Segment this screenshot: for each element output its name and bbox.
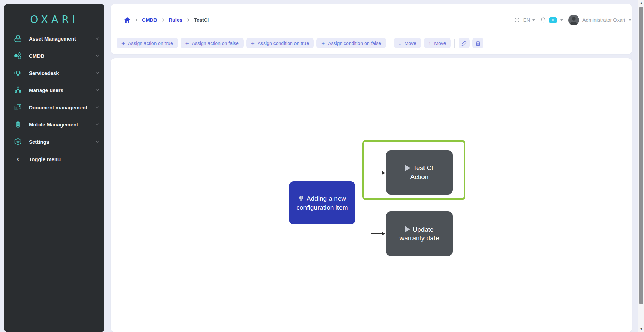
trigger-node-label-line1: Adding a new [307, 194, 346, 203]
action-node-label-line2: warranty date [399, 234, 439, 242]
assign-action-on-false-button[interactable]: + Assign action on false [181, 38, 244, 48]
sidebar-nav: Asset Management CMDB [4, 30, 104, 168]
button-label: Assign action on true [128, 41, 173, 46]
rule-flowchart-canvas[interactable]: Adding a new configuration item Test CI … [111, 58, 632, 332]
button-label: Assign condition on false [328, 41, 381, 46]
move-up-button[interactable]: ↑ Move [424, 38, 451, 48]
assign-condition-on-true-button[interactable]: + Assign condition on true [246, 38, 314, 48]
scroll-up-arrow-icon[interactable]: ▲ [638, 1, 644, 5]
sidebar-item-label: Document management [29, 104, 95, 110]
breadcrumb-current-testci: TestCI [194, 17, 209, 23]
sidebar-item-label: Asset Management [29, 36, 95, 42]
action-node-label-line2: Action [410, 173, 429, 181]
language-selector[interactable]: EN [523, 17, 530, 23]
toolbar-divider [390, 39, 390, 48]
cmdb-icon [14, 52, 22, 60]
action-node-label-line1: Test CI [413, 164, 433, 172]
chevron-down-icon [95, 36, 99, 41]
servicedesk-icon [14, 69, 22, 77]
caret-down-icon[interactable] [532, 18, 535, 22]
chevron-down-icon [95, 105, 99, 109]
chevron-down-icon [95, 54, 99, 58]
sidebar-item-label: Manage users [29, 87, 95, 93]
play-icon [405, 165, 410, 171]
sidebar-item-label: CMDB [29, 53, 95, 59]
toggle-menu-label: Toggle menu [29, 156, 61, 162]
move-down-button[interactable]: ↓ Move [394, 38, 421, 48]
bell-icon[interactable] [540, 17, 546, 23]
action-node-test-ci-action[interactable]: Test CI Action [386, 150, 453, 195]
play-icon [405, 226, 410, 232]
breadcrumb-cmdb[interactable]: CMDB [142, 17, 157, 23]
user-name: Administrator Oxari [582, 17, 625, 23]
avatar[interactable] [568, 15, 579, 25]
toggle-menu-button[interactable]: ‹ Toggle menu [4, 151, 104, 168]
sidebar-item-settings[interactable]: Settings [4, 133, 104, 150]
breadcrumb-rules[interactable]: Rules [169, 17, 183, 23]
sidebar-item-document-management[interactable]: Document management [4, 99, 104, 116]
sidebar-item-cmdb[interactable]: CMDB [4, 47, 104, 64]
chevron-right-icon [187, 18, 190, 22]
sidebar-item-label: Mobile Management [29, 122, 95, 128]
button-label: Move [405, 41, 416, 46]
sidebar-item-asset-management[interactable]: Asset Management [4, 30, 104, 47]
asset-management-icon [14, 34, 22, 43]
arrow-up-icon: ↑ [429, 41, 431, 46]
toolbar-divider [454, 39, 455, 48]
trash-icon [475, 41, 481, 46]
topbar-user-area: EN 0 Administrator Oxari [514, 14, 632, 26]
trigger-node-label-line2: configuration item [297, 203, 348, 212]
header-divider [117, 31, 626, 31]
assign-action-on-true-button[interactable]: + Assign action on true [117, 38, 178, 48]
chevron-down-icon [95, 88, 99, 92]
sidebar-item-mobile-management[interactable]: Mobile Management [4, 116, 104, 133]
bulb-icon [298, 195, 304, 202]
plus-icon: + [251, 40, 255, 46]
document-management-icon [14, 103, 22, 111]
pencil-icon [461, 41, 467, 46]
edit-button[interactable] [459, 38, 470, 48]
oxari-logo: OXARI [4, 13, 104, 25]
button-label: Move [434, 41, 446, 46]
button-label: Assign action on false [192, 41, 239, 46]
button-label: Assign condition on true [258, 41, 309, 46]
plus-icon: + [321, 40, 325, 46]
assign-condition-on-false-button[interactable]: + Assign condition on false [316, 38, 386, 48]
notification-count-badge[interactable]: 0 [549, 17, 557, 23]
breadcrumb: CMDB Rules TestCI [124, 14, 209, 26]
sidebar-item-manage-users[interactable]: Manage users [4, 81, 104, 99]
arrow-down-icon: ↓ [399, 41, 401, 46]
chevron-right-icon [135, 18, 138, 22]
scrollbar-thumb[interactable] [639, 7, 643, 304]
manage-users-icon [14, 86, 22, 94]
vertical-scrollbar[interactable]: ▲ ▼ [638, 0, 644, 332]
delete-button[interactable] [472, 38, 483, 48]
action-node-update-warranty-date[interactable]: Update warranty date [386, 211, 453, 256]
plus-icon: + [121, 40, 125, 46]
sidebar-item-label: Settings [29, 139, 95, 145]
settings-icon [14, 137, 22, 146]
sidebar-item-servicedesk[interactable]: Servicedesk [4, 64, 104, 81]
chevron-down-icon [95, 122, 99, 126]
chevron-down-icon [95, 140, 99, 144]
action-node-label-line1: Update [412, 225, 433, 234]
caret-down-icon[interactable] [628, 18, 632, 22]
chevron-down-icon [95, 71, 99, 75]
trigger-node-adding-configuration-item[interactable]: Adding a new configuration item [289, 181, 355, 224]
caret-down-icon[interactable] [560, 18, 564, 22]
mobile-management-icon [14, 120, 22, 129]
plus-icon: + [185, 40, 189, 46]
gear-icon[interactable] [514, 17, 520, 23]
scroll-down-arrow-icon[interactable]: ▼ [638, 327, 644, 331]
flow-connectors [111, 58, 632, 332]
chevron-right-icon [162, 18, 164, 22]
home-icon[interactable] [124, 17, 130, 23]
sidebar: OXARI Asset Management CMDB [4, 4, 104, 332]
sidebar-item-label: Servicedesk [29, 70, 95, 76]
header-card: CMDB Rules TestCI + Assign action on tru… [111, 4, 632, 54]
toolbar: + Assign action on true + Assign action … [117, 38, 483, 48]
chevron-left-icon: ‹ [14, 155, 22, 164]
